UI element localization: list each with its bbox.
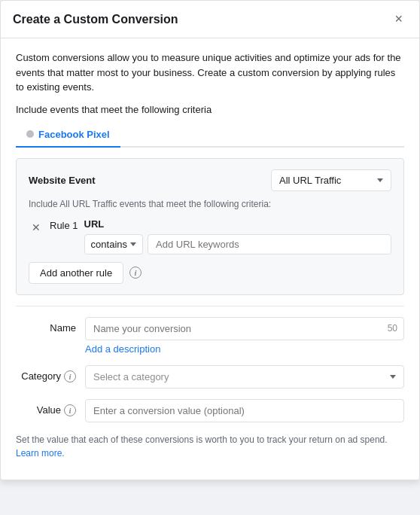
value-label: Value bbox=[37, 404, 61, 416]
close-button[interactable]: × bbox=[390, 10, 407, 29]
contains-select[interactable]: contains bbox=[84, 234, 143, 254]
add-rule-info-icon[interactable]: i bbox=[129, 267, 142, 279]
criteria-sub-text: Include All URL Traffic events that meet… bbox=[29, 199, 391, 209]
category-label-group: Category i bbox=[16, 365, 76, 382]
rule-row: ✕ Rule 1 URL contains bbox=[29, 218, 391, 254]
tab-facebook-pixel[interactable]: Facebook Pixel bbox=[16, 123, 120, 148]
name-input[interactable] bbox=[86, 318, 382, 340]
add-rule-row: Add another rule i bbox=[29, 262, 391, 284]
rules-box: Website Event All URL Traffic Include Al… bbox=[16, 158, 404, 295]
tab-dot-icon bbox=[26, 130, 34, 138]
category-placeholder: Select a category bbox=[93, 371, 169, 382]
divider bbox=[16, 306, 404, 306]
category-select[interactable]: Select a category bbox=[85, 365, 404, 389]
rule-url-label: URL bbox=[84, 218, 391, 230]
add-description-link[interactable]: Add a description bbox=[85, 343, 404, 355]
learn-more-link[interactable]: Learn more. bbox=[16, 448, 65, 459]
rule-inputs-row: contains bbox=[84, 234, 391, 254]
tab-bar: Facebook Pixel bbox=[16, 123, 404, 148]
category-label: Category bbox=[21, 370, 61, 382]
rule-label: Rule 1 bbox=[50, 220, 78, 231]
value-input[interactable] bbox=[85, 399, 404, 422]
name-field-group: 50 Add a description bbox=[85, 317, 404, 355]
tab-facebook-pixel-label: Facebook Pixel bbox=[38, 129, 110, 140]
value-info-icon[interactable]: i bbox=[64, 404, 76, 416]
dialog-title: Create a Custom Conversion bbox=[13, 13, 178, 26]
category-chevron-icon bbox=[390, 375, 396, 379]
remove-rule-button[interactable]: ✕ bbox=[29, 220, 44, 235]
footer-text: Set the value that each of these convers… bbox=[16, 433, 404, 468]
value-field-group bbox=[85, 399, 404, 422]
create-custom-conversion-dialog: Create a Custom Conversion × Custom conv… bbox=[0, 0, 420, 480]
website-event-label: Website Event bbox=[29, 175, 96, 186]
contains-value: contains bbox=[91, 239, 127, 250]
url-keyword-input[interactable] bbox=[148, 234, 391, 254]
category-info-icon[interactable]: i bbox=[64, 370, 76, 382]
rule-controls: URL contains bbox=[84, 218, 391, 254]
name-input-wrapper: 50 bbox=[85, 317, 404, 340]
category-form-row: Category i Select a category bbox=[16, 365, 404, 389]
criteria-label: Include events that meet the following c… bbox=[16, 104, 404, 115]
website-event-row: Website Event All URL Traffic bbox=[29, 169, 391, 191]
dialog-body: Custom conversions allow you to measure … bbox=[1, 38, 419, 480]
url-traffic-chevron-icon bbox=[377, 178, 383, 182]
footer-description: Set the value that each of these convers… bbox=[16, 434, 388, 445]
category-field-group: Select a category bbox=[85, 365, 404, 389]
url-traffic-select[interactable]: All URL Traffic bbox=[271, 169, 391, 191]
description-text: Custom conversions allow you to measure … bbox=[16, 50, 404, 95]
dialog-header: Create a Custom Conversion × bbox=[1, 1, 419, 38]
value-form-row: Value i bbox=[16, 399, 404, 422]
contains-chevron-icon bbox=[130, 242, 136, 246]
char-count: 50 bbox=[382, 318, 403, 339]
name-label: Name bbox=[16, 317, 76, 334]
value-label-group: Value i bbox=[16, 399, 76, 416]
add-another-rule-button[interactable]: Add another rule bbox=[29, 262, 123, 284]
url-traffic-value: All URL Traffic bbox=[279, 175, 341, 186]
x-icon: ✕ bbox=[32, 221, 41, 233]
name-form-row: Name 50 Add a description bbox=[16, 317, 404, 355]
